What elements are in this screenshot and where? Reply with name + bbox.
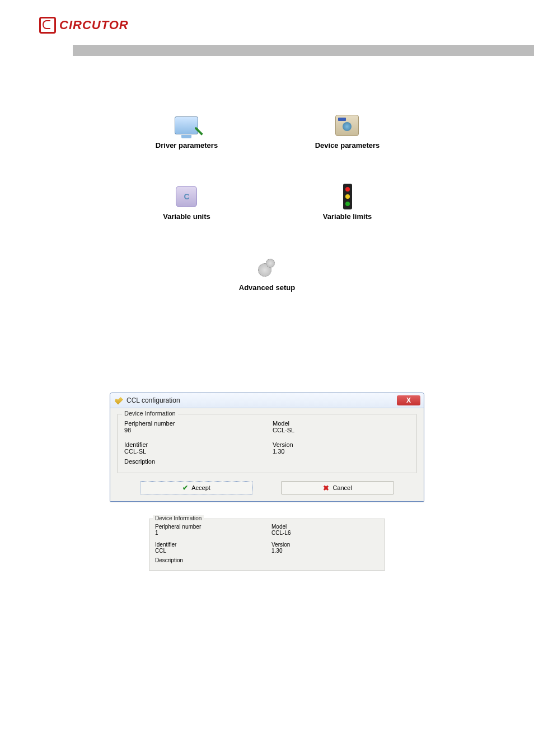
device-parameters-label: Device parameters xyxy=(315,141,380,150)
accept-button[interactable]: ✔ Accept xyxy=(140,481,253,494)
device-information-legend: Device Information xyxy=(122,410,178,417)
device-information-group: Device Information Peripheral number 98 … xyxy=(117,414,417,473)
variable-limits-button[interactable]: Variable limits xyxy=(323,183,372,221)
traffic-light-icon xyxy=(334,183,361,210)
wrench-icon xyxy=(115,396,123,405)
accept-label: Accept xyxy=(191,484,210,491)
variable-limits-label: Variable limits xyxy=(323,212,372,221)
mini-peripheral-label: Peripheral number xyxy=(155,524,263,530)
device-information-small: Device Information Peripheral number 1 M… xyxy=(149,519,385,571)
advanced-setup-button[interactable]: Advanced setup xyxy=(239,254,295,292)
units-cube-icon: C xyxy=(173,183,200,210)
model-value: CCL-SL xyxy=(273,427,410,433)
variable-units-label: Variable units xyxy=(163,212,210,221)
mini-identifier-label: Identifier xyxy=(155,542,263,548)
mini-description-label: Description xyxy=(155,557,379,563)
monitor-pencil-icon xyxy=(173,112,200,139)
version-label: Version xyxy=(273,441,410,448)
driver-parameters-button[interactable]: Driver parameters xyxy=(156,112,218,150)
gears-icon xyxy=(254,254,280,281)
driver-parameters-label: Driver parameters xyxy=(156,141,218,150)
dialog-title: CCL configuration xyxy=(127,396,180,404)
brand-logo: CIRCUTOR xyxy=(39,17,495,34)
version-value: 1.30 xyxy=(273,448,410,455)
description-label: Description xyxy=(124,458,410,465)
close-icon: X xyxy=(406,397,411,404)
close-button[interactable]: X xyxy=(397,395,420,405)
mini-model-label: Model xyxy=(271,524,379,530)
mini-version-value: 1.30 xyxy=(271,548,379,554)
dialog-titlebar: CCL configuration X xyxy=(110,393,424,408)
device-parameters-button[interactable]: Device parameters xyxy=(315,112,380,150)
logo-mark-icon xyxy=(39,17,56,34)
ccl-configuration-dialog: CCL configuration X Device Information P… xyxy=(110,393,424,502)
logo-text: CIRCUTOR xyxy=(59,18,129,32)
identifier-value: CCL-SL xyxy=(124,448,261,455)
mini-legend: Device Information xyxy=(153,515,204,521)
check-icon: ✔ xyxy=(182,484,188,492)
advanced-setup-label: Advanced setup xyxy=(239,283,295,292)
header-divider xyxy=(73,45,534,56)
cancel-label: Cancel xyxy=(332,484,352,491)
peripheral-number-label: Peripheral number xyxy=(124,420,261,427)
cancel-button[interactable]: ✖ Cancel xyxy=(281,481,394,494)
mini-peripheral-value: 1 xyxy=(155,530,263,536)
mini-version-label: Version xyxy=(271,542,379,548)
mini-model-value: CCL-L6 xyxy=(271,530,379,536)
variable-units-button[interactable]: C Variable units xyxy=(163,183,210,221)
mini-identifier-value: CCL xyxy=(155,548,263,554)
model-label: Model xyxy=(273,420,410,427)
device-box-icon xyxy=(334,112,360,139)
cross-icon: ✖ xyxy=(323,484,329,492)
peripheral-number-value: 98 xyxy=(124,427,261,433)
identifier-label: Identifier xyxy=(124,441,261,448)
